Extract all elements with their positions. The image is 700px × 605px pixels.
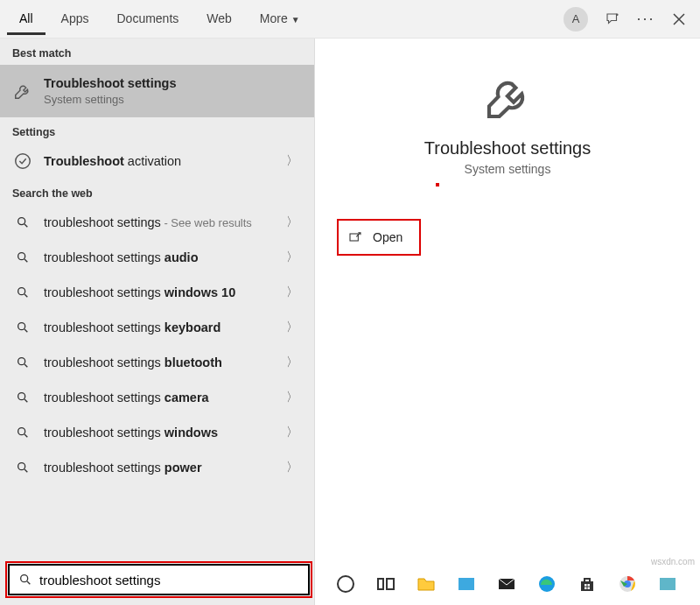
- tab-all[interactable]: All: [7, 3, 46, 35]
- svg-rect-21: [588, 587, 591, 590]
- web-result-6[interactable]: troubleshoot settings windows 〉: [0, 415, 314, 450]
- checkmark-icon: [12, 151, 33, 172]
- chevron-right-icon: 〉: [286, 460, 302, 475]
- annotation-highlight: Open: [337, 219, 421, 256]
- settings-result-activation[interactable]: Troubleshoot activation 〉: [0, 144, 314, 179]
- svg-rect-14: [387, 579, 394, 589]
- chevron-right-icon: 〉: [286, 285, 302, 300]
- svg-point-1: [16, 154, 31, 169]
- search-icon: [12, 247, 33, 268]
- results-panel: Best match Troubleshoot settings System …: [0, 39, 315, 605]
- best-match-label: Best match: [0, 39, 314, 65]
- more-options-icon[interactable]: ···: [637, 11, 654, 28]
- file-explorer-icon[interactable]: [411, 569, 441, 599]
- preview-subtitle: System settings: [465, 162, 551, 176]
- best-match-subtitle: System settings: [44, 93, 302, 107]
- search-icon: [12, 352, 33, 373]
- wrench-icon: [483, 74, 532, 126]
- svg-point-3: [18, 253, 25, 260]
- search-icon: [12, 212, 33, 233]
- web-result-7[interactable]: troubleshoot settings power 〉: [0, 450, 314, 485]
- chevron-right-icon: 〉: [286, 355, 302, 370]
- chevron-right-icon: 〉: [286, 425, 302, 440]
- open-button[interactable]: Open: [340, 222, 418, 253]
- svg-point-9: [18, 463, 25, 470]
- svg-point-7: [18, 393, 25, 400]
- svg-point-5: [18, 323, 25, 330]
- settings-item-prefix: Troubleshoot: [44, 154, 124, 168]
- chevron-right-icon: 〉: [286, 215, 302, 230]
- settings-label: Settings: [0, 117, 314, 144]
- svg-point-12: [338, 576, 354, 592]
- top-tab-bar: All Apps Documents Web More▼ A ···: [0, 0, 700, 39]
- edge-icon[interactable]: [532, 569, 562, 599]
- search-icon: [12, 282, 33, 303]
- search-icon: [18, 573, 32, 587]
- tab-apps[interactable]: Apps: [49, 3, 102, 35]
- chevron-right-icon: 〉: [286, 250, 302, 265]
- annotation-dot: [436, 183, 439, 186]
- svg-rect-19: [588, 584, 591, 587]
- wrench-icon: [12, 81, 33, 102]
- open-label: Open: [373, 230, 402, 244]
- app-icon-teal[interactable]: [653, 569, 682, 599]
- open-icon: [348, 230, 362, 244]
- taskbar: [322, 566, 700, 601]
- search-icon: [12, 387, 33, 408]
- close-button[interactable]: [670, 11, 688, 28]
- svg-point-6: [18, 358, 25, 365]
- svg-point-8: [18, 428, 25, 435]
- svg-rect-15: [458, 578, 474, 590]
- search-icon: [12, 422, 33, 443]
- svg-point-2: [18, 218, 25, 225]
- preview-panel: Troubleshoot settings System settings Op…: [315, 39, 700, 605]
- svg-rect-24: [660, 578, 676, 590]
- feedback-icon[interactable]: [604, 11, 621, 28]
- cortana-icon[interactable]: [331, 569, 360, 599]
- svg-point-11: [21, 575, 28, 582]
- web-result-1[interactable]: troubleshoot settings audio 〉: [0, 240, 314, 275]
- chevron-right-icon: 〉: [286, 390, 302, 405]
- search-web-label: Search the web: [0, 179, 314, 205]
- tab-more[interactable]: More▼: [248, 3, 312, 35]
- tab-web[interactable]: Web: [194, 3, 244, 35]
- task-view-icon[interactable]: [371, 569, 401, 599]
- web-result-4[interactable]: troubleshoot settings bluetooth 〉: [0, 345, 314, 380]
- search-icon: [12, 317, 33, 338]
- user-avatar[interactable]: A: [564, 7, 588, 32]
- search-box[interactable]: [8, 564, 310, 595]
- best-match-title: Troubleshoot settings: [44, 76, 176, 90]
- svg-rect-18: [584, 584, 587, 587]
- chrome-icon[interactable]: [612, 569, 642, 599]
- tab-documents[interactable]: Documents: [104, 3, 191, 35]
- svg-point-4: [18, 288, 25, 295]
- web-result-5[interactable]: troubleshoot settings camera 〉: [0, 380, 314, 415]
- mail-icon[interactable]: [492, 569, 522, 599]
- annotation-highlight: [5, 561, 312, 598]
- settings-item-rest: activation: [124, 154, 181, 168]
- preview-title: Troubleshoot settings: [424, 138, 591, 158]
- best-match-result[interactable]: Troubleshoot settings System settings: [0, 65, 314, 117]
- svg-rect-10: [350, 234, 358, 241]
- web-result-2[interactable]: troubleshoot settings windows 10 〉: [0, 275, 314, 310]
- svg-point-0: [617, 14, 619, 16]
- chevron-right-icon: 〉: [286, 320, 302, 335]
- app-icon-blue[interactable]: [452, 569, 481, 599]
- chevron-right-icon: 〉: [286, 153, 302, 169]
- web-result-0[interactable]: troubleshoot settings - See web results …: [0, 205, 314, 240]
- svg-rect-13: [378, 579, 383, 589]
- search-input[interactable]: [39, 573, 299, 587]
- svg-rect-20: [584, 587, 587, 590]
- search-icon: [12, 457, 33, 478]
- web-result-3[interactable]: troubleshoot settings keyboard 〉: [0, 310, 314, 345]
- store-icon[interactable]: [572, 569, 602, 599]
- watermark: wsxdn.com: [651, 557, 695, 566]
